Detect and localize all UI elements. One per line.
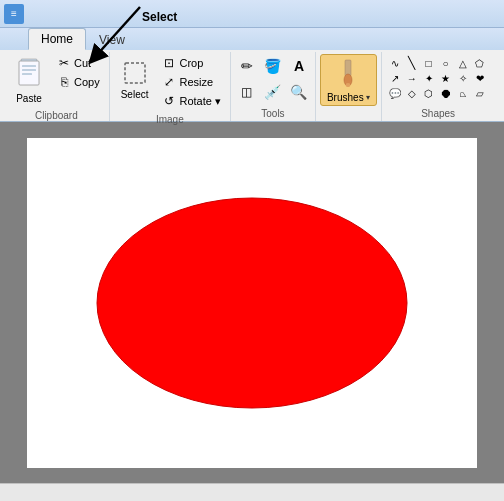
shape-arrow-right[interactable]: →	[405, 71, 419, 85]
ribbon-group-clipboard: Paste ✂ Cut ⎘ Copy Clipboard	[4, 52, 110, 121]
shape-trapezoid[interactable]: ⏢	[456, 86, 470, 100]
pencil-button[interactable]: ✏	[235, 54, 259, 78]
shapes-label: Shapes	[386, 106, 491, 121]
clipboard-content: Paste ✂ Cut ⎘ Copy	[8, 54, 105, 108]
shape-star4[interactable]: ✦	[422, 71, 436, 85]
tools-content: ✏ 🪣 A ◫ 💉 🔍	[235, 54, 311, 106]
select-label: Select	[121, 89, 149, 100]
shape-wave[interactable]: ∿	[388, 56, 402, 70]
tools-label: Tools	[235, 106, 311, 121]
tools-grid: ✏ 🪣 A ◫ 💉 🔍	[235, 54, 311, 104]
copy-icon: ⎘	[57, 75, 71, 89]
cut-label: Cut	[74, 57, 91, 69]
rotate-button[interactable]: ↺ Rotate ▾	[157, 92, 225, 110]
brushes-label: Brushes	[327, 92, 364, 103]
image-label: Image	[114, 112, 226, 127]
shape-parallelogram[interactable]: ▱	[473, 86, 487, 100]
shapes-grid: ∿ ╲ □ ○ △ ⬠ ↗ → ✦ ★ ✧ ❤ 💬 ◇ ⬡ ⯃ ⏢ ▱	[386, 54, 491, 102]
resize-icon: ⤢	[162, 75, 176, 89]
shape-star6[interactable]: ✧	[456, 71, 470, 85]
magnify-icon: 🔍	[290, 84, 307, 100]
crop-button[interactable]: ⊡ Crop	[157, 54, 225, 72]
shapes-content: ∿ ╲ □ ○ △ ⬠ ↗ → ✦ ★ ✧ ❤ 💬 ◇ ⬡ ⯃ ⏢ ▱	[386, 54, 491, 106]
svg-rect-5	[22, 73, 32, 75]
paste-label: Paste	[16, 93, 42, 104]
shape-line[interactable]: ╲	[405, 56, 419, 70]
ribbon-group-image: Select ⊡ Crop ⤢ Resize ↺ Rotate ▾ Image	[110, 52, 231, 121]
image-content: Select ⊡ Crop ⤢ Resize ↺ Rotate ▾	[114, 54, 226, 112]
eraser-button[interactable]: ◫	[235, 80, 259, 104]
image-small-btns: ⊡ Crop ⤢ Resize ↺ Rotate ▾	[157, 54, 225, 110]
shape-pentagon[interactable]: ⬠	[473, 56, 487, 70]
text-button[interactable]: A	[287, 54, 311, 78]
crop-label: Crop	[179, 57, 203, 69]
shape-circle[interactable]: ○	[439, 56, 453, 70]
app-icon: ≡	[4, 4, 24, 24]
eraser-icon: ◫	[241, 85, 252, 99]
ribbon-group-shapes: ∿ ╲ □ ○ △ ⬠ ↗ → ✦ ★ ✧ ❤ 💬 ◇ ⬡ ⯃ ⏢ ▱ Shap…	[382, 52, 495, 121]
ribbon-group-tools: ✏ 🪣 A ◫ 💉 🔍 Tools	[231, 52, 316, 121]
colorpick-button[interactable]: 💉	[261, 80, 285, 104]
shape-rect[interactable]: □	[422, 56, 436, 70]
cut-icon: ✂	[57, 56, 71, 70]
svg-rect-3	[22, 65, 36, 67]
status-bar	[0, 483, 504, 501]
rotate-icon: ↺	[162, 94, 176, 108]
shape-callout[interactable]: 💬	[388, 86, 402, 100]
shape-star5[interactable]: ★	[439, 71, 453, 85]
svg-rect-7	[345, 60, 351, 76]
colorpick-icon: 💉	[264, 84, 281, 100]
svg-point-9	[346, 83, 351, 87]
shape-octagon[interactable]: ⯃	[439, 86, 453, 100]
fill-icon: 🪣	[264, 58, 281, 74]
svg-rect-6	[125, 63, 145, 83]
red-ellipse	[97, 198, 407, 408]
select-button[interactable]: Select	[114, 54, 156, 106]
brushes-dropdown-arrow: ▾	[366, 93, 370, 102]
cut-button[interactable]: ✂ Cut	[52, 54, 105, 72]
brushes-label-row: Brushes ▾	[327, 92, 370, 103]
brushes-button[interactable]: Brushes ▾	[320, 54, 377, 106]
copy-label: Copy	[74, 76, 100, 88]
ribbon-group-brushes: Brushes ▾ ·	[316, 52, 382, 121]
drawing-canvas[interactable]	[82, 183, 422, 423]
clipboard-small-btns: ✂ Cut ⎘ Copy	[52, 54, 105, 91]
ribbon: Paste ✂ Cut ⎘ Copy Clipboard	[0, 50, 504, 122]
clipboard-label: Clipboard	[8, 108, 105, 123]
pencil-icon: ✏	[241, 58, 253, 74]
resize-button[interactable]: ⤢ Resize	[157, 73, 225, 91]
ribbon-tabs: Home View	[0, 28, 504, 50]
shape-hexagon[interactable]: ⬡	[422, 86, 436, 100]
shape-diamond[interactable]: ◇	[405, 86, 419, 100]
select-icon	[123, 61, 147, 87]
shape-arrow-up-right[interactable]: ↗	[388, 71, 402, 85]
app-icon-symbol: ≡	[11, 8, 17, 19]
rotate-label: Rotate ▾	[179, 95, 220, 108]
title-bar: ≡	[0, 0, 504, 28]
tab-view[interactable]: View	[86, 28, 138, 50]
paste-icon	[15, 57, 43, 91]
copy-button[interactable]: ⎘ Copy	[52, 73, 105, 91]
canvas-paper[interactable]	[27, 138, 477, 468]
tab-home[interactable]: Home	[28, 28, 86, 50]
magnify-button[interactable]: 🔍	[287, 80, 311, 104]
text-icon: A	[294, 58, 304, 74]
shape-heart[interactable]: ❤	[473, 71, 487, 85]
brushes-content: Brushes ▾	[320, 54, 377, 108]
shape-triangle[interactable]: △	[456, 56, 470, 70]
canvas-area[interactable]	[0, 122, 504, 483]
fill-button[interactable]: 🪣	[261, 54, 285, 78]
brushes-icon	[330, 58, 366, 90]
svg-rect-4	[22, 69, 36, 71]
resize-label: Resize	[179, 76, 213, 88]
crop-icon: ⊡	[162, 56, 176, 70]
paste-button[interactable]: Paste	[8, 54, 50, 106]
